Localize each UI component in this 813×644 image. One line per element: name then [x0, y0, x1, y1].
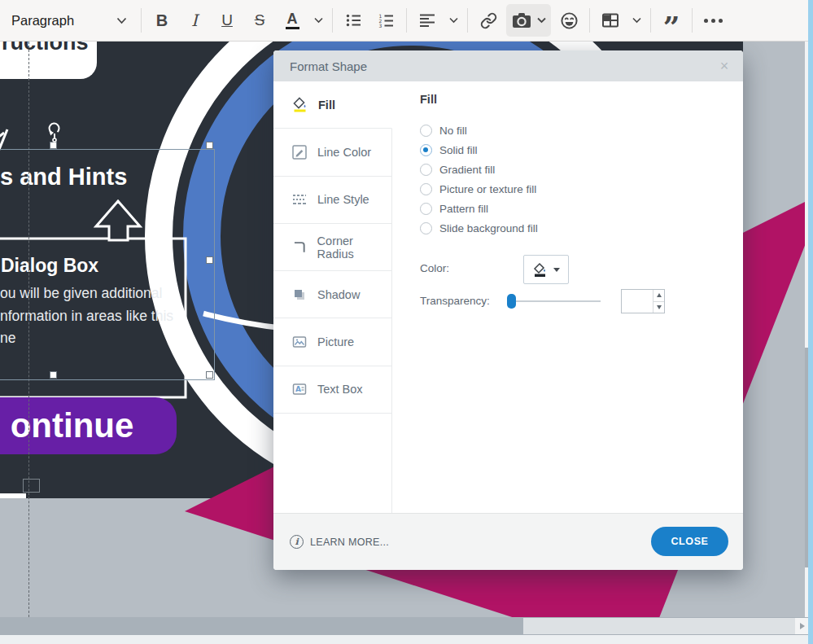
table-dropdown[interactable]: [627, 5, 646, 36]
strikethrough-button[interactable]: S: [243, 5, 276, 36]
svg-text:A: A: [295, 386, 301, 394]
horizontal-scrollbar[interactable]: [0, 617, 813, 635]
radio-icon: [420, 222, 432, 234]
transparency-slider-track[interactable]: [511, 300, 601, 302]
fill-panel-heading: Fill: [420, 93, 437, 106]
radio-picture-texture-fill[interactable]: Picture or texture fill: [420, 179, 536, 199]
table-icon: [601, 12, 619, 28]
dialog-tab-rail: Fill Line Color Line Style: [273, 81, 392, 514]
paint-bucket-icon: [532, 262, 548, 278]
radio-icon: [420, 203, 432, 215]
paragraph-style-dropdown[interactable]: Paragraph: [8, 5, 137, 36]
link-icon: [480, 12, 497, 29]
chevron-down-icon: [537, 17, 546, 24]
shadow-icon: [292, 287, 307, 302]
selection-handle-right-middle[interactable]: [206, 256, 213, 264]
selection-handle-bottom-right[interactable]: [206, 371, 213, 379]
horizontal-scrollbar-thumb[interactable]: [523, 618, 795, 634]
selection-bounding-box[interactable]: [0, 149, 215, 380]
tab-corner-radius[interactable]: Corner Radius: [273, 224, 392, 271]
spinner-down-button[interactable]: [653, 301, 664, 313]
tab-fill[interactable]: Fill: [273, 81, 392, 129]
table-button[interactable]: [594, 5, 627, 36]
radio-icon-selected: [420, 144, 432, 156]
radio-slide-background-fill[interactable]: Slide background fill: [420, 218, 538, 238]
toolbar-divider: [589, 8, 590, 33]
text-color-button[interactable]: A: [276, 5, 308, 36]
paragraph-style-label: Paragraph: [11, 13, 74, 28]
emoji-button[interactable]: [553, 5, 585, 36]
rich-text-toolbar: Paragraph B I U S A 1 2 3: [0, 0, 813, 42]
fill-panel: Fill No fill Solid fill Gradient fill Pi…: [392, 81, 743, 514]
toolbar-divider: [406, 8, 407, 33]
tab-text-box[interactable]: A Text Box: [273, 366, 392, 414]
dialog-header[interactable]: Format Shape ×: [273, 50, 743, 81]
dialog-close-button[interactable]: ×: [715, 57, 733, 75]
spinner-up-icon: [657, 293, 662, 297]
numbered-list-button[interactable]: 1 2 3: [369, 5, 402, 36]
line-color-icon: [292, 145, 307, 160]
line-style-icon: [292, 192, 307, 207]
link-button[interactable]: [472, 5, 505, 36]
italic-button[interactable]: I: [178, 5, 211, 36]
radio-icon: [420, 125, 432, 137]
toolbar-divider: [692, 8, 693, 33]
tab-line-color[interactable]: Line Color: [273, 129, 392, 176]
text-box-icon: A: [292, 382, 307, 396]
fill-icon: [292, 97, 308, 112]
toolbar-divider: [332, 8, 333, 33]
chevron-down-icon: [116, 17, 127, 24]
radio-icon: [420, 183, 432, 195]
tab-label: Fill: [318, 99, 335, 112]
insert-media-button[interactable]: [506, 4, 551, 37]
rotate-icon: [47, 122, 62, 143]
camera-icon: [511, 11, 532, 29]
tab-label: Line Color: [317, 146, 371, 159]
transparency-slider-thumb[interactable]: [507, 294, 516, 309]
transparency-input[interactable]: [622, 290, 653, 313]
learn-more-link[interactable]: i LEARN MORE...: [290, 535, 389, 549]
selection-handle-bottom-center[interactable]: [50, 371, 57, 379]
radio-solid-fill[interactable]: Solid fill: [420, 140, 478, 160]
picture-icon: [292, 335, 307, 349]
tab-rail-filler: [273, 414, 392, 514]
bullet-list-button[interactable]: [337, 5, 369, 36]
fill-color-dropdown[interactable]: [523, 255, 569, 284]
blockquote-button[interactable]: ”: [655, 0, 688, 42]
underline-button[interactable]: U: [211, 5, 243, 36]
tab-shadow[interactable]: Shadow: [273, 271, 392, 318]
radio-pattern-fill[interactable]: Pattern fill: [420, 199, 488, 218]
dialog-title: Format Shape: [290, 59, 367, 73]
close-button[interactable]: CLOSE: [651, 527, 728, 556]
spinner-up-button[interactable]: [653, 290, 664, 301]
scroll-right-icon: [800, 623, 805, 629]
alignment-button[interactable]: [411, 5, 444, 36]
radio-no-fill[interactable]: No fill: [420, 120, 467, 140]
rotate-handle[interactable]: [47, 122, 62, 147]
dialog-footer: i LEARN MORE... CLOSE: [273, 513, 743, 570]
alignment-dropdown[interactable]: [444, 5, 463, 36]
tab-line-style[interactable]: Line Style: [273, 177, 392, 224]
spinner-buttons: [653, 290, 664, 313]
radio-icon: [420, 164, 432, 176]
info-icon: i: [290, 535, 304, 549]
text-color-icon: A: [286, 11, 299, 29]
tab-label: Text Box: [317, 383, 363, 396]
chevron-down-icon: [632, 17, 641, 24]
tab-label: Picture: [317, 335, 354, 348]
tab-picture[interactable]: Picture: [273, 318, 392, 366]
numbered-list-icon: 1 2 3: [378, 12, 395, 28]
selection-handle-top-right[interactable]: [206, 142, 213, 149]
radio-gradient-fill[interactable]: Gradient fill: [420, 160, 495, 179]
corner-radius-icon: [292, 240, 307, 255]
emoji-smile-icon: [560, 11, 579, 30]
text-color-dropdown[interactable]: [308, 5, 328, 36]
learn-more-label: LEARN MORE...: [310, 537, 389, 548]
spinner-down-icon: [657, 305, 662, 309]
more-options-button[interactable]: [697, 5, 729, 36]
toolbar-divider: [467, 8, 468, 33]
bold-button[interactable]: B: [146, 5, 178, 36]
tab-label: Shadow: [317, 288, 360, 301]
chevron-down-icon: [449, 17, 458, 24]
svg-text:3: 3: [378, 23, 382, 28]
